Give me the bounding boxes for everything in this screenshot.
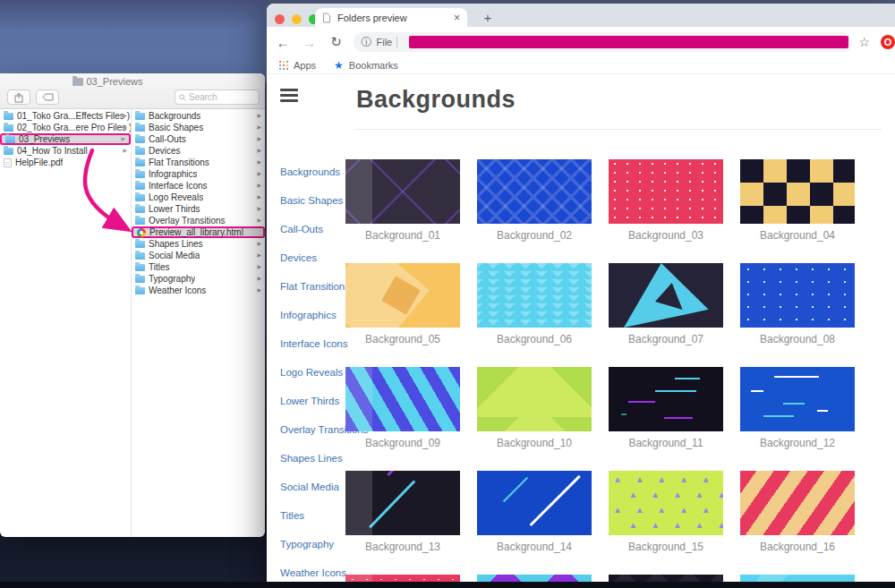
back-button[interactable]: ← bbox=[272, 35, 294, 50]
tab-folders-preview[interactable]: Folders preview × bbox=[315, 8, 467, 27]
finder-item-label: Infographics bbox=[149, 169, 197, 179]
info-icon[interactable]: ⓘ bbox=[361, 35, 371, 50]
folder-icon bbox=[72, 78, 83, 86]
finder-item-backgrounds[interactable]: Backgrounds▶ bbox=[132, 110, 265, 122]
finder-item-devices[interactable]: Devices▶ bbox=[132, 145, 265, 157]
page-title: Backgrounds bbox=[356, 86, 516, 114]
grid-cell: Background_12 bbox=[740, 367, 855, 471]
finder-item-overlay-transitions[interactable]: Overlay Transitions▶ bbox=[132, 215, 265, 226]
bookmarks-bar: Apps ★ Bookmarks bbox=[267, 57, 895, 74]
thumbnail-background-01[interactable] bbox=[345, 159, 460, 224]
apps-grid-icon[interactable] bbox=[279, 61, 288, 70]
thumbnail-background-17[interactable] bbox=[345, 575, 460, 582]
close-window-button[interactable] bbox=[275, 14, 285, 24]
finder-item-shapes-lines[interactable]: Shapes Lines▶ bbox=[132, 238, 265, 250]
extension-icon[interactable]: O bbox=[881, 35, 895, 49]
thumbnail-background-11[interactable] bbox=[609, 367, 723, 431]
thumbnail-background-16[interactable] bbox=[740, 471, 855, 535]
grid-cell bbox=[609, 575, 723, 582]
menu-hamburger-icon[interactable] bbox=[280, 89, 298, 102]
disclosure-arrow-icon: ▶ bbox=[257, 238, 261, 250]
apps-label[interactable]: Apps bbox=[294, 60, 316, 71]
finder-item-interface-icons[interactable]: Interface Icons▶ bbox=[132, 180, 265, 192]
finder-item-label: Weather Icons bbox=[149, 285, 206, 295]
share-button[interactable] bbox=[7, 89, 30, 105]
page-content: Backgrounds Backgrounds Basic Shapes Cal… bbox=[267, 74, 895, 582]
address-separator bbox=[396, 37, 397, 47]
disclosure-arrow-icon: ▶ bbox=[257, 273, 261, 285]
tab-close-icon[interactable]: × bbox=[454, 12, 460, 24]
finder-titlebar: 03_Previews bbox=[0, 73, 265, 109]
finder-item-social-media[interactable]: Social Media▶ bbox=[132, 250, 265, 261]
reload-button[interactable]: ↻ bbox=[326, 34, 347, 50]
finder-item-02-toko[interactable]: 02_Toko Gra...ere Pro Files ) ▶ bbox=[0, 122, 131, 133]
thumbnail-label: Background_08 bbox=[740, 333, 855, 345]
folder-icon bbox=[135, 113, 145, 120]
finder-item-call-outs[interactable]: Call-Outs▶ bbox=[132, 133, 265, 145]
disclosure-arrow-icon: ▶ bbox=[257, 180, 261, 192]
disclosure-arrow-icon: ▶ bbox=[123, 122, 127, 133]
bookmark-star-button[interactable]: ☆ bbox=[859, 35, 871, 49]
browser-toolbar: ← → ↻ ⓘ File ☆ O bbox=[267, 27, 895, 57]
thumbnail-background-02[interactable] bbox=[477, 159, 592, 224]
minimize-window-button[interactable] bbox=[292, 14, 302, 24]
window-controls bbox=[275, 14, 319, 24]
finder-item-lower-thirds[interactable]: Lower Thirds▶ bbox=[132, 203, 265, 215]
finder-item-label: 02_Toko Gra...ere Pro Files ) bbox=[17, 123, 131, 132]
folder-icon bbox=[4, 124, 13, 132]
finder-item-weather-icons[interactable]: Weather Icons▶ bbox=[132, 285, 265, 296]
grid-cell: Background_03 bbox=[609, 159, 723, 263]
finder-item-preview-all-library-selected[interactable]: Preview_all_library.html bbox=[132, 226, 265, 238]
thumbnail-background-04[interactable] bbox=[740, 159, 855, 224]
thumbnail-background-20[interactable] bbox=[740, 575, 855, 582]
thumbnail-background-12[interactable] bbox=[740, 367, 855, 431]
finder-item-label: Interface Icons bbox=[149, 181, 208, 191]
thumbnail-background-09[interactable] bbox=[345, 367, 460, 431]
grid-cell: Background_07 bbox=[609, 263, 723, 367]
grid-cell: Background_06 bbox=[477, 263, 592, 367]
disclosure-arrow-icon: ▶ bbox=[257, 110, 261, 122]
bookmarks-label[interactable]: Bookmarks bbox=[349, 60, 398, 71]
thumbnail-background-13[interactable] bbox=[345, 471, 460, 535]
thumbnail-background-19[interactable] bbox=[609, 575, 723, 582]
grid-cell bbox=[345, 575, 460, 582]
thumbnail-background-18[interactable] bbox=[477, 575, 592, 582]
finder-item-flat-transitions[interactable]: Flat Transitions▶ bbox=[132, 157, 265, 168]
finder-item-01-toko[interactable]: 01_Toko Gra...Effects Files ) ▶ bbox=[0, 110, 131, 122]
address-bar[interactable]: ⓘ File bbox=[354, 32, 851, 52]
thumbnail-label: Background_07 bbox=[609, 333, 723, 345]
browser-window: Folders preview × + ← → ↻ ⓘ File ☆ O App… bbox=[267, 4, 895, 582]
thumbnail-background-14[interactable] bbox=[477, 471, 592, 535]
grid-cell: Background_16 bbox=[740, 471, 855, 575]
disclosure-arrow-icon: ▶ bbox=[257, 261, 261, 273]
thumbnail-background-07[interactable] bbox=[609, 263, 723, 328]
new-tab-button[interactable]: + bbox=[478, 8, 498, 27]
thumbnail-label: Background_16 bbox=[740, 541, 855, 553]
finder-item-label: Lower Thirds bbox=[149, 204, 200, 214]
finder-item-logo-reveals[interactable]: Logo Reveals▶ bbox=[132, 192, 265, 203]
tag-button[interactable] bbox=[36, 89, 59, 105]
grid-cell: Background_13 bbox=[345, 471, 460, 575]
finder-item-infographics[interactable]: Infographics▶ bbox=[132, 168, 265, 180]
page-favicon-icon bbox=[322, 13, 331, 23]
finder-item-typography[interactable]: Typography▶ bbox=[132, 273, 265, 285]
disclosure-arrow-icon: ▶ bbox=[257, 192, 261, 203]
thumbnail-label: Background_01 bbox=[345, 229, 460, 242]
finder-item-label: Flat Transitions bbox=[149, 158, 209, 167]
thumbnail-background-10[interactable] bbox=[477, 367, 592, 431]
finder-item-titles[interactable]: Titles▶ bbox=[132, 261, 265, 273]
finder-window-title: 03_Previews bbox=[0, 75, 215, 88]
finder-search-field[interactable] bbox=[175, 89, 260, 105]
grid-cell: Background_08 bbox=[740, 263, 855, 367]
finder-item-label: Typography bbox=[149, 274, 195, 284]
finder-search-input[interactable] bbox=[189, 92, 243, 102]
thumbnail-background-08[interactable] bbox=[740, 263, 855, 328]
forward-button[interactable]: → bbox=[299, 35, 320, 50]
thumbnail-background-15[interactable] bbox=[609, 471, 723, 535]
thumbnail-label: Background_11 bbox=[609, 437, 723, 449]
thumbnail-background-05[interactable] bbox=[345, 263, 460, 328]
thumbnail-background-03[interactable] bbox=[609, 159, 723, 224]
thumbnail-background-06[interactable] bbox=[477, 263, 592, 328]
finder-title-text: 03_Previews bbox=[87, 76, 143, 87]
finder-item-basic-shapes[interactable]: Basic Shapes▶ bbox=[132, 122, 265, 133]
